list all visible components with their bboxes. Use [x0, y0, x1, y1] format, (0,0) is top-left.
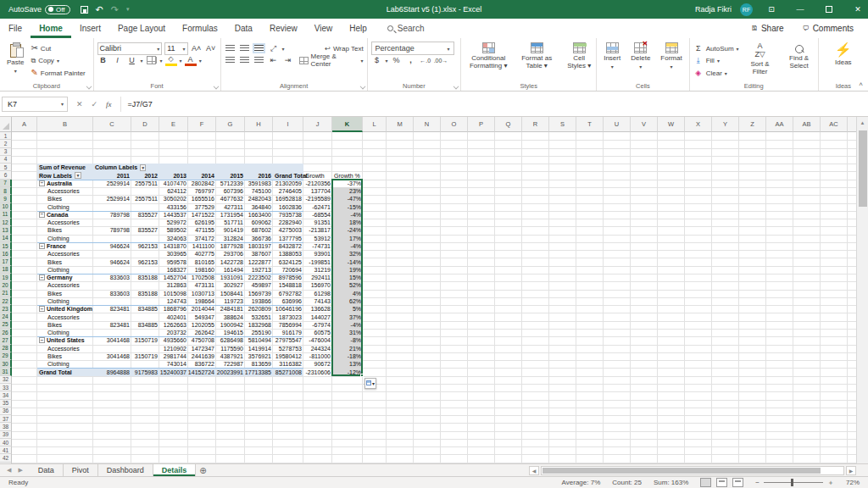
cell-K24[interactable]: 37% [332, 313, 363, 320]
cell-F24[interactable]: 549347 [188, 313, 216, 320]
save-icon[interactable] [81, 6, 88, 14]
font-size-select[interactable]: 11▾ [164, 42, 187, 55]
column-header-AD[interactable]: AD [848, 117, 856, 132]
row-label-accessories[interactable]: Accessories [37, 345, 93, 352]
cell-I14[interactable]: 1377795 [273, 235, 303, 242]
scroll-up-icon[interactable]: ▲ [857, 117, 868, 129]
tab-formulas[interactable]: Formulas [174, 19, 226, 38]
cell-K21[interactable]: 4% [332, 290, 363, 297]
cell-G11[interactable]: 1731954 [216, 211, 245, 219]
row-header-27[interactable]: 27 [0, 336, 12, 344]
align-left-button[interactable] [225, 54, 236, 66]
year-header-2016[interactable]: 2016 [245, 171, 273, 179]
cell-G22[interactable]: 119723 [216, 297, 245, 305]
fill-handle[interactable] [360, 374, 364, 377]
cell-I19[interactable]: 8978596 [273, 274, 303, 281]
row-label-bikes[interactable]: Bikes [37, 195, 93, 202]
cell-C21[interactable]: 833603 [93, 290, 131, 297]
comma-button[interactable]: , [405, 54, 417, 66]
cell-H14[interactable]: 366736 [245, 235, 273, 242]
cell-K14[interactable]: 17% [332, 235, 363, 242]
row-header-5[interactable]: 5 [0, 164, 12, 171]
insert-function-icon[interactable]: fx [106, 100, 112, 108]
horizontal-scrollbar[interactable]: ◀ ▶ [529, 464, 868, 476]
row-header-21[interactable]: 21 [0, 290, 12, 297]
cell-I8[interactable]: 2746405 [273, 187, 303, 195]
collapse-ribbon-icon[interactable]: ˄ [859, 80, 863, 88]
row-header-9[interactable]: 9 [0, 195, 12, 202]
column-labels-cell[interactable]: Column Labels▼ [93, 164, 131, 171]
cell-K23[interactable]: 5% [332, 305, 363, 313]
cell-K18[interactable]: 19% [332, 266, 363, 274]
row-label-bikes[interactable]: Bikes [37, 226, 93, 234]
page-layout-view-icon[interactable] [716, 478, 727, 487]
cell-D29[interactable]: 3150719 [131, 352, 159, 360]
cell-J20[interactable]: 156970 [303, 281, 332, 289]
merge-center-button[interactable]: Merge & Center▾ [299, 54, 364, 66]
column-header-U[interactable]: U [604, 117, 631, 132]
cell-E27[interactable]: 4935660 [159, 336, 188, 344]
cell-E17[interactable]: 959578 [159, 258, 188, 265]
autosave-toggle[interactable]: AutoSave Off [8, 5, 70, 14]
tab-data[interactable]: Data [226, 19, 261, 38]
cell-F19[interactable]: 1702508 [188, 274, 216, 281]
column-header-Z[interactable]: Z [739, 117, 766, 132]
cell-J16[interactable]: 93901 [303, 250, 332, 258]
worksheet-grid[interactable]: ABCDEFGHIJKLMNOPQRSTUVWXYZAAABACAD 12345… [0, 117, 856, 463]
cell-E19[interactable]: 1452704 [159, 274, 188, 281]
row-header-13[interactable]: 13 [0, 226, 12, 234]
cell-E26[interactable]: 203732 [159, 329, 188, 336]
font-name-select[interactable]: Calibri▾ [97, 42, 163, 55]
cell-J22[interactable]: 74143 [303, 297, 332, 305]
enter-formula-icon[interactable]: ✓ [92, 100, 98, 108]
row-header-14[interactable]: 14 [0, 235, 12, 242]
cell-F10[interactable]: 377529 [188, 203, 216, 211]
sheet-tab-pivot[interactable]: Pivot [64, 464, 98, 476]
column-header-Q[interactable]: Q [495, 117, 522, 132]
cut-button[interactable]: ✂Cut [31, 42, 85, 54]
grand-total-header[interactable]: Grand Total [273, 171, 303, 179]
row-header-25[interactable]: 25 [0, 321, 12, 329]
cell-H9[interactable]: 2482043 [245, 195, 273, 202]
cell-D15[interactable]: 962153 [131, 242, 159, 250]
cell-E16[interactable]: 303965 [159, 250, 188, 258]
cell-D7[interactable]: 2557511 [131, 180, 159, 187]
row-header-8[interactable]: 8 [0, 187, 12, 195]
row-header-34[interactable]: 34 [0, 391, 12, 399]
cell-K16[interactable]: 32% [332, 250, 363, 258]
cell-H7[interactable]: 3591983 [245, 180, 273, 187]
column-header-A[interactable]: A [12, 117, 37, 132]
column-header-Y[interactable]: Y [712, 117, 739, 132]
format-painter-button[interactable]: ✎Format Painter [31, 67, 85, 79]
cell-I11[interactable]: 7935738 [273, 211, 303, 219]
cell-J31[interactable]: -2310606 [303, 368, 332, 375]
cell-D9[interactable]: 2557511 [131, 195, 159, 202]
cell-D27[interactable]: 3150719 [131, 336, 159, 344]
cell-J27[interactable]: -476004 [303, 336, 332, 344]
row-label-clothing[interactable]: Clothing [37, 235, 93, 242]
autofill-options-button[interactable]: ▾ [364, 378, 376, 389]
cell-C17[interactable]: 946624 [93, 258, 131, 265]
cell-E12[interactable]: 529972 [159, 219, 188, 226]
cell-J18[interactable]: 31219 [303, 266, 332, 274]
cell-E31[interactable]: 15240037 [159, 368, 188, 375]
cell-F29[interactable]: 2441639 [188, 352, 216, 360]
cell-I17[interactable]: 6324125 [273, 258, 303, 265]
cell-H8[interactable]: 745100 [245, 187, 273, 195]
underline-button[interactable]: U [126, 54, 138, 66]
cell-C11[interactable]: 789798 [93, 211, 131, 219]
cell-F21[interactable]: 1030713 [188, 290, 216, 297]
row-header-15[interactable]: 15 [0, 242, 12, 250]
cell-E7[interactable]: 4107470 [159, 180, 188, 187]
orientation-button[interactable]: ⤢ [268, 42, 280, 54]
undo-icon[interactable]: ↶ [96, 4, 103, 15]
cell-E28[interactable]: 1210902 [159, 345, 188, 352]
cell-I29[interactable]: 19580412 [273, 352, 303, 360]
sheet-tab-details[interactable]: Details [153, 464, 197, 476]
row-label-grand-total[interactable]: Grand Total [37, 368, 93, 375]
row-header-16[interactable]: 16 [0, 250, 12, 258]
sheet-nav-right-icon[interactable]: ▶ [18, 467, 22, 474]
cell-I23[interactable]: 10646196 [273, 305, 303, 313]
scroll-left-icon[interactable]: ◀ [529, 466, 539, 475]
row-header-40[interactable]: 40 [0, 439, 12, 446]
